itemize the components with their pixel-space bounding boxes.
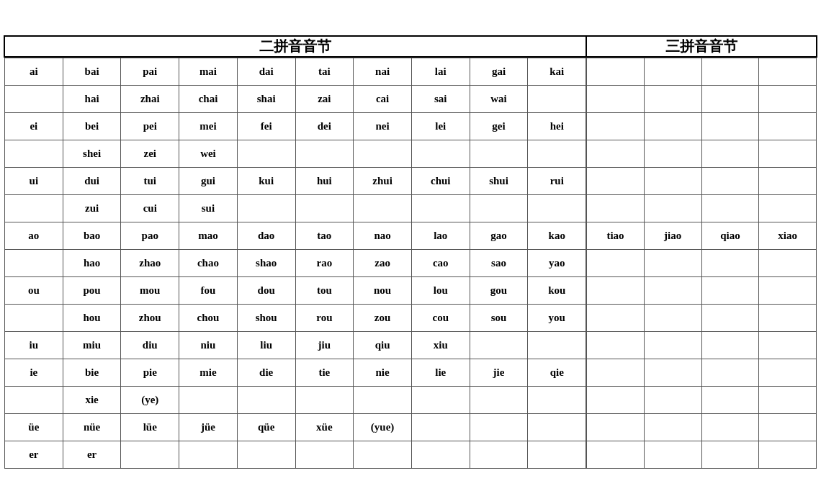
er-cell: ie (5, 359, 63, 387)
san-cell (644, 195, 701, 222)
er-cell (179, 387, 238, 414)
san-cell (644, 332, 701, 359)
san-cell (759, 140, 817, 168)
er-cell: zhui (354, 168, 412, 195)
er-cell: dai (237, 58, 295, 86)
er-cell: gai (470, 58, 528, 86)
er-cell: rou (295, 305, 354, 332)
er-cell: sai (411, 86, 470, 113)
san-cell: qiao (701, 222, 759, 250)
er-cell: cui (121, 195, 179, 222)
er-cell: zui (63, 195, 121, 222)
san-cell (701, 86, 759, 113)
er-cell: mie (179, 359, 238, 387)
er-cell: gou (470, 277, 528, 305)
er-cell: ei (5, 113, 63, 140)
er-cell: kui (237, 168, 295, 195)
er-cell: chao (179, 250, 238, 277)
er-cell: nei (354, 113, 412, 140)
san-cell (644, 113, 701, 140)
er-cell: dui (63, 168, 121, 195)
main-table: 二拼音音节 三拼音音节 aibaipaimaidaitainailaigaika… (4, 35, 817, 469)
er-cell: iu (5, 332, 63, 359)
erpinyin-table: aibaipaimaidaitainailaigaikaihaizhaichai… (4, 58, 586, 469)
san-cell (644, 250, 701, 277)
er-cell: shui (470, 168, 528, 195)
er-cell: nou (354, 277, 412, 305)
er-cell (354, 387, 412, 414)
er-cell: shao (237, 250, 295, 277)
er-cell: wei (179, 140, 238, 168)
san-cell (759, 277, 817, 305)
er-cell: ou (5, 277, 63, 305)
er-cell (5, 86, 63, 113)
er-cell (5, 195, 63, 222)
er-cell: üe (5, 414, 63, 441)
er-cell (295, 195, 354, 222)
er-cell: zao (354, 250, 412, 277)
san-cell (759, 305, 817, 332)
er-cell: hou (63, 305, 121, 332)
san-cell: jiao (644, 222, 701, 250)
sanpinyin-table: tiaojiaoqiaoxiao (586, 58, 817, 469)
er-cell: tui (121, 168, 179, 195)
san-cell (759, 250, 817, 277)
er-cell: yao (528, 250, 586, 277)
er-cell: zhao (121, 250, 179, 277)
san-cell (759, 441, 817, 469)
er-cell (354, 195, 412, 222)
er-cell: jiu (295, 332, 354, 359)
er-cell: sou (470, 305, 528, 332)
er-cell: nao (354, 222, 412, 250)
san-cell (644, 168, 701, 195)
er-cell: die (237, 359, 295, 387)
er-cell: gui (179, 168, 238, 195)
er-cell: gei (470, 113, 528, 140)
er-cell (528, 86, 586, 113)
san-cell (644, 277, 701, 305)
er-cell: bei (63, 113, 121, 140)
er-cell: lao (411, 222, 470, 250)
erpinyin-body: aibaipaimaidaitainailaigaikaihaizhaichai… (4, 57, 586, 469)
er-cell (411, 140, 470, 168)
er-cell (528, 414, 586, 441)
er-cell: kao (528, 222, 586, 250)
er-cell: mao (179, 222, 238, 250)
er-cell: sui (179, 195, 238, 222)
san-cell (759, 113, 817, 140)
er-cell: ui (5, 168, 63, 195)
er-cell (5, 305, 63, 332)
san-cell (644, 86, 701, 113)
er-cell (470, 332, 528, 359)
er-cell (411, 441, 470, 469)
er-cell (354, 140, 412, 168)
er-cell: rao (295, 250, 354, 277)
er-cell: pie (121, 359, 179, 387)
er-cell: cou (411, 305, 470, 332)
er-cell (295, 441, 354, 469)
san-cell (701, 387, 759, 414)
san-cell (759, 86, 817, 113)
san-cell (587, 58, 645, 86)
san-cell (759, 168, 817, 195)
er-cell: kai (528, 58, 586, 86)
er-cell: you (528, 305, 586, 332)
er-cell: lou (411, 277, 470, 305)
san-cell (587, 113, 645, 140)
er-cell: dou (237, 277, 295, 305)
er-cell: wai (470, 86, 528, 113)
san-cell (644, 414, 701, 441)
er-cell: gao (470, 222, 528, 250)
er-cell: tie (295, 359, 354, 387)
san-cell (701, 305, 759, 332)
er-cell (5, 140, 63, 168)
er-cell (411, 414, 470, 441)
san-cell (701, 277, 759, 305)
er-cell: zei (121, 140, 179, 168)
er-cell: bai (63, 58, 121, 86)
san-cell (644, 305, 701, 332)
san-cell (587, 359, 645, 387)
er-cell: jüe (179, 414, 238, 441)
san-cell (644, 140, 701, 168)
er-cell: cai (354, 86, 412, 113)
